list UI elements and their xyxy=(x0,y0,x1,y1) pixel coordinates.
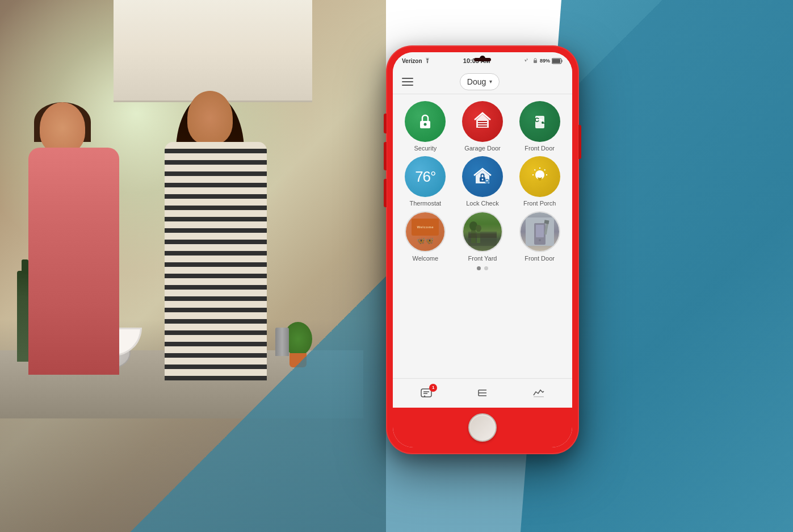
app-header: Doug ▾ xyxy=(393,69,572,94)
garage-door-icon xyxy=(472,111,493,132)
thermostat-temp: 76° xyxy=(415,168,435,186)
hamburger-menu[interactable] xyxy=(402,78,413,86)
svg-point-21 xyxy=(485,179,489,183)
phone-case: Verizon 10:03 AM xyxy=(386,45,579,454)
tile-front-yard-label: Front Yard xyxy=(468,255,497,262)
svg-point-7 xyxy=(424,123,427,126)
tile-front-door-cam-circle xyxy=(519,211,560,252)
user-name: Doug xyxy=(467,77,486,86)
tab-list[interactable] xyxy=(467,384,498,403)
wifi-icon xyxy=(424,58,431,64)
tile-security-label: Security xyxy=(414,145,437,152)
svg-rect-35 xyxy=(468,233,497,238)
tile-thermostat-label: Thermostat xyxy=(410,200,442,207)
tile-lock-check-label: Lock Check xyxy=(466,200,498,207)
svg-rect-17 xyxy=(541,120,542,121)
lock-check-icon xyxy=(472,166,493,187)
welcome-image: Welcome 🦋🦋 xyxy=(406,212,444,251)
tile-welcome-circle: Welcome 🦋🦋 xyxy=(405,211,446,252)
battery-icon xyxy=(552,58,563,64)
svg-line-26 xyxy=(544,170,546,171)
svg-point-39 xyxy=(539,239,541,241)
svg-rect-9 xyxy=(478,121,487,122)
menu-line-1 xyxy=(402,78,413,79)
svg-point-0 xyxy=(427,62,428,64)
list-icon xyxy=(476,387,489,400)
svg-rect-24 xyxy=(539,179,541,181)
tile-front-door-cam-label: Front Door xyxy=(525,255,555,262)
tile-security-circle xyxy=(405,101,446,142)
battery-percent: 89% xyxy=(540,58,550,64)
tile-lock-check-circle xyxy=(462,156,503,197)
app-content: Security xyxy=(393,94,572,378)
front-porch-light-icon xyxy=(529,166,551,187)
front-door-cam-image xyxy=(521,212,559,251)
tile-front-porch-circle xyxy=(519,156,560,197)
tile-front-yard-circle xyxy=(462,211,503,252)
mute-button xyxy=(384,114,387,133)
tile-security[interactable]: Security xyxy=(398,101,452,152)
svg-rect-23 xyxy=(538,178,542,179)
svg-rect-14 xyxy=(543,123,546,124)
dropdown-arrow: ▾ xyxy=(489,78,492,85)
tile-welcome[interactable]: Welcome 🦋🦋 Welcome xyxy=(398,211,452,262)
svg-rect-38 xyxy=(536,225,544,237)
location-icon xyxy=(523,58,531,64)
home-button-area xyxy=(393,408,572,447)
tile-front-door[interactable]: Front Door xyxy=(513,101,567,152)
tile-thermostat[interactable]: 76° Thermostat xyxy=(398,156,452,207)
lock-icon xyxy=(532,58,538,64)
messages-badge: 1 xyxy=(429,384,437,392)
status-battery-area: 89% xyxy=(523,58,563,64)
page-dot-1[interactable] xyxy=(477,266,481,270)
status-carrier: Verizon xyxy=(402,58,431,64)
menu-line-2 xyxy=(402,81,413,82)
tile-thermostat-circle: 76° xyxy=(405,156,446,197)
tile-welcome-label: Welcome xyxy=(413,255,439,262)
menu-line-3 xyxy=(402,85,413,86)
phone-screen: Verizon 10:03 AM xyxy=(393,52,572,447)
tab-messages[interactable]: 1 xyxy=(411,384,442,403)
tile-front-door-label: Front Door xyxy=(525,145,555,152)
tile-garage-door-label: Garage Door xyxy=(464,145,501,152)
user-selector[interactable]: Doug ▾ xyxy=(460,73,500,90)
svg-marker-45 xyxy=(423,395,426,397)
tab-bar: 1 xyxy=(393,378,572,408)
page-indicator xyxy=(398,266,567,270)
phone-device: Verizon 10:03 AM xyxy=(386,45,579,454)
front-yard-scene xyxy=(468,217,497,246)
volume-down-button xyxy=(384,179,387,207)
svg-point-20 xyxy=(481,179,483,181)
svg-rect-10 xyxy=(478,123,487,124)
home-button[interactable] xyxy=(468,413,497,442)
svg-rect-11 xyxy=(478,125,487,127)
tile-front-yard[interactable]: Front Yard xyxy=(456,211,510,262)
svg-marker-1 xyxy=(525,58,528,62)
tile-garage-door[interactable]: Garage Door xyxy=(456,101,510,152)
tile-front-door-circle xyxy=(519,101,560,142)
front-door-key-icon xyxy=(529,111,551,132)
tile-front-door-cam[interactable]: Front Door xyxy=(513,211,567,262)
security-lock-icon xyxy=(414,111,436,132)
activity-icon xyxy=(532,387,545,400)
tile-lock-check[interactable]: Lock Check xyxy=(456,156,510,207)
front-door-cam-scene xyxy=(526,217,554,246)
power-button xyxy=(578,125,581,159)
volume-up-button xyxy=(384,142,387,170)
svg-line-27 xyxy=(534,170,535,171)
tile-front-porch[interactable]: Front Porch xyxy=(513,156,567,207)
page-dot-2[interactable] xyxy=(484,266,488,270)
svg-rect-2 xyxy=(534,60,537,63)
tiles-grid: Security xyxy=(398,101,567,262)
phone-speaker xyxy=(474,58,491,61)
svg-rect-50 xyxy=(534,396,544,397)
tile-front-porch-label: Front Porch xyxy=(523,200,556,207)
svg-point-34 xyxy=(476,225,481,232)
tile-garage-door-circle xyxy=(462,101,503,142)
svg-rect-4 xyxy=(561,60,563,62)
front-yard-image xyxy=(463,212,502,251)
svg-rect-5 xyxy=(552,59,560,63)
tab-activity[interactable] xyxy=(523,384,554,403)
carrier-text: Verizon xyxy=(402,58,422,64)
